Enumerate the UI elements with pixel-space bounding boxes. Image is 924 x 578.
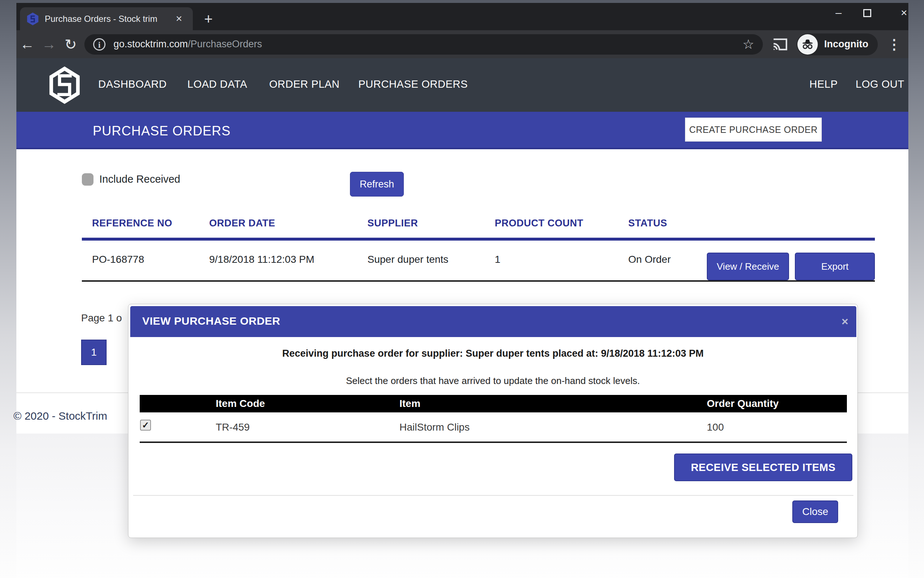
modal-close-icon[interactable]: ×	[841, 315, 848, 328]
nav-dashboard[interactable]: DASHBOARD	[98, 78, 167, 90]
new-tab-icon[interactable]: +	[200, 11, 217, 28]
modal-title: VIEW PURCHASE ORDER	[142, 315, 280, 327]
modal-cell-item: HailStorm Clips	[400, 422, 469, 433]
refresh-button[interactable]: Refresh	[350, 172, 404, 196]
tab-strip: Purchase Orders - Stock trim × + – ×	[16, 3, 908, 30]
browser-menu-icon[interactable]: ⋮	[887, 36, 901, 52]
cell-order-date: 9/18/2018 11:12:03 PM	[209, 254, 314, 265]
nav-load-data[interactable]: LOAD DATA	[187, 78, 248, 90]
view-purchase-order-modal: VIEW PURCHASE ORDER × Receiving purchase…	[128, 304, 858, 538]
modal-table-rule	[140, 442, 847, 443]
table-header-rule	[82, 238, 875, 240]
url-path: /PurchaseOrders	[188, 39, 262, 49]
include-received-label: Include Received	[99, 173, 180, 185]
col-header-supplier: SUPPLIER	[367, 218, 418, 229]
window-maximize-icon[interactable]	[863, 9, 871, 17]
modal-footer-divider	[133, 495, 853, 496]
cell-product-count: 1	[495, 254, 500, 265]
col-header-reference-no: REFERENCE NO	[92, 218, 172, 229]
include-received-checkbox[interactable]	[82, 173, 94, 186]
col-header-status: STATUS	[628, 218, 667, 229]
incognito-badge: Incognito	[797, 34, 878, 55]
nav-order-plan[interactable]: ORDER PLAN	[269, 78, 340, 90]
stocktrim-favicon-icon	[27, 12, 39, 26]
page-title: PURCHASE ORDERS	[93, 123, 231, 139]
col-header-product-count: PRODUCT COUNT	[495, 218, 584, 229]
browser-tab[interactable]: Purchase Orders - Stock trim ×	[20, 7, 193, 30]
page-banner: PURCHASE ORDERS CREATE PURCHASE ORDER	[16, 112, 908, 149]
nav-purchase-orders[interactable]: PURCHASE ORDERS	[358, 78, 468, 90]
modal-instruction-text: Select the orders that have arrived to u…	[128, 375, 858, 386]
url-bar[interactable]: i go.stocktrim.com/PurchaseOrders ☆	[84, 34, 763, 55]
browser-toolbar: ← → ↻ i go.stocktrim.com/PurchaseOrders …	[16, 30, 908, 58]
page-info-icon[interactable]: i	[93, 38, 105, 50]
back-icon[interactable]: ←	[16, 36, 38, 52]
incognito-icon	[798, 34, 818, 55]
forward-icon[interactable]: →	[38, 36, 60, 52]
modal-cell-item-code: TR-459	[216, 422, 249, 433]
cast-icon[interactable]	[772, 37, 788, 51]
cell-reference-no: PO-168778	[92, 254, 144, 265]
modal-col-item-code: Item Code	[216, 398, 265, 409]
cell-status: On Order	[628, 254, 671, 265]
pagination-label: Page 1 o	[81, 312, 122, 324]
bookmark-star-icon[interactable]: ☆	[743, 37, 754, 52]
table-row-rule	[82, 280, 875, 282]
modal-col-item: Item	[400, 398, 421, 409]
url-host: go.stocktrim.com	[113, 39, 188, 49]
stocktrim-logo-icon[interactable]	[47, 65, 82, 106]
receive-selected-items-button[interactable]: RECEIVE SELECTED ITEMS	[674, 453, 852, 481]
export-button[interactable]: Export	[795, 253, 875, 280]
browser-window: Purchase Orders - Stock trim × + – × ← →…	[16, 3, 908, 578]
col-header-order-date: ORDER DATE	[209, 218, 275, 229]
url-text: go.stocktrim.com/PurchaseOrders	[113, 39, 262, 50]
window-close-icon[interactable]: ×	[896, 6, 912, 19]
view-receive-button[interactable]: View / Receive	[707, 253, 789, 280]
tab-close-icon[interactable]: ×	[172, 11, 186, 26]
cell-supplier: Super duper tents	[367, 254, 448, 265]
reload-icon[interactable]: ↻	[60, 36, 81, 53]
footer-copyright: © 2020 - StockTrim	[13, 410, 107, 422]
tab-title: Purchase Orders - Stock trim	[45, 14, 172, 24]
app-navbar: DASHBOARD LOAD DATA ORDER PLAN PURCHASE …	[16, 58, 908, 112]
row-select-checkbox[interactable]: ✓	[140, 420, 151, 430]
modal-col-order-quantity: Order Quantity	[707, 398, 779, 409]
modal-close-button[interactable]: Close	[792, 500, 838, 523]
modal-cell-quantity: 100	[707, 422, 724, 433]
nav-logout[interactable]: LOG OUT	[856, 78, 905, 90]
window-minimize-icon[interactable]: –	[830, 6, 846, 19]
modal-receiving-text: Receiving purchase order for supplier: S…	[128, 348, 858, 359]
create-purchase-order-button[interactable]: CREATE PURCHASE ORDER	[685, 118, 822, 141]
nav-help[interactable]: HELP	[809, 78, 838, 90]
pagination-page-1-button[interactable]: 1	[81, 339, 107, 365]
desktop-backdrop: Purchase Orders - Stock trim × + – × ← →…	[0, 0, 924, 578]
modal-header: VIEW PURCHASE ORDER ×	[130, 306, 856, 337]
incognito-label: Incognito	[824, 39, 868, 50]
